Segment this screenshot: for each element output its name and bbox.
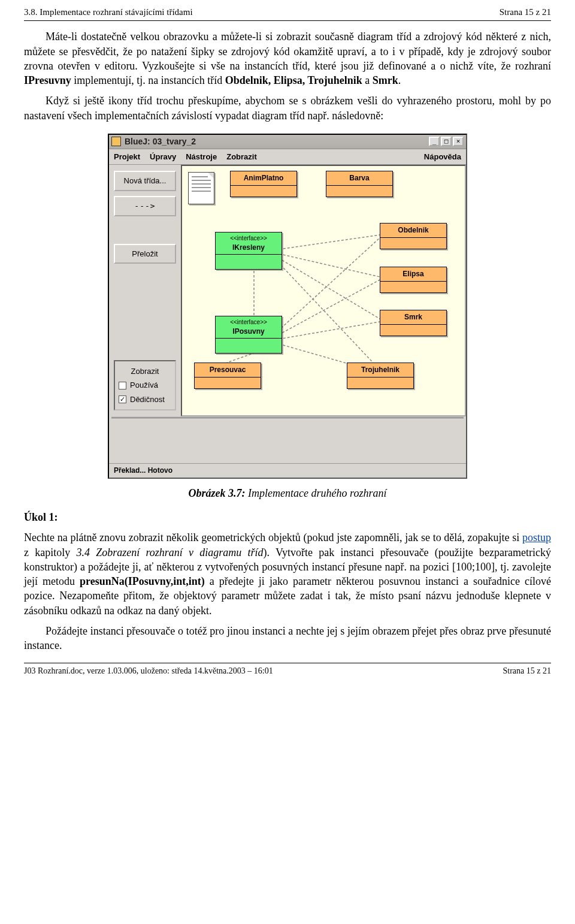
label-inherits: Dědičnost bbox=[130, 394, 165, 405]
class-elipsa[interactable]: Elipsa bbox=[380, 267, 447, 292]
task-italic-chapter: 3.4 Zobrazení rozhraní v diagramu tříd bbox=[76, 546, 263, 558]
checkbox-inherits[interactable]: ✓ bbox=[119, 395, 126, 403]
figure-caption: Obrázek 3.7: Implementace druhého rozhra… bbox=[24, 486, 551, 500]
bluej-window: BlueJ: 03_tvary_2 _ □ × Projekt Úpravy N… bbox=[108, 134, 467, 479]
readme-note[interactable] bbox=[188, 172, 214, 204]
svg-line-2 bbox=[275, 256, 380, 319]
p1-bold-smrk: Smrk bbox=[373, 74, 398, 86]
header-section: 3.8. Implementace rozhraní stávajícími t… bbox=[24, 6, 193, 18]
footer-left: J03 Rozhraní.doc, verze 1.03.006, uložen… bbox=[24, 666, 273, 677]
p1-text-e: a bbox=[362, 74, 373, 86]
iposuvny-stereo: <<interface>> bbox=[217, 318, 280, 327]
paragraph-2: Když si ještě ikony tříd trochu přeskupí… bbox=[24, 93, 551, 123]
task-text-b: z kapitoly bbox=[24, 546, 76, 558]
ikresleny-name: IKresleny bbox=[232, 243, 265, 252]
app-icon bbox=[111, 137, 121, 146]
svg-line-3 bbox=[275, 259, 380, 370]
new-class-button[interactable]: Nová třída... bbox=[114, 171, 176, 191]
interface-ikresleny[interactable]: <<interface>> IKresleny bbox=[215, 232, 282, 270]
view-title: Zobrazit bbox=[119, 366, 171, 377]
iposuvny-name: IPosuvny bbox=[232, 327, 264, 336]
p1-bold-ipresuvny: IPresuvny bbox=[24, 74, 71, 86]
class-trojuhelnik-name: Trojuhelnik bbox=[361, 366, 400, 374]
class-trojuhelnik[interactable]: Trojuhelnik bbox=[347, 363, 414, 388]
caption-text: Implementace druhého rozhraní bbox=[246, 487, 387, 499]
workarea: Nová třída... ---> Přeložit Zobrazit Pou… bbox=[109, 165, 466, 416]
status-bar: Překlad... Hotovo bbox=[109, 463, 466, 477]
task-paragraph-2: Požádejte instanci přesouvače o totéž pr… bbox=[24, 624, 551, 653]
p1-bold-shapes: Obdelnik, Elipsa, Trojuhelnik bbox=[225, 74, 362, 86]
checkbox-uses[interactable] bbox=[119, 382, 126, 389]
figure-wrap: BlueJ: 03_tvary_2 _ □ × Projekt Úpravy N… bbox=[24, 134, 551, 479]
compile-button[interactable]: Přeložit bbox=[114, 244, 176, 264]
p1-text-c: implementují, tj. na instancích tříd bbox=[71, 74, 225, 86]
menu-napoveda[interactable]: Nápověda bbox=[424, 152, 461, 162]
class-animplatno-name: AnimPlatno bbox=[244, 174, 284, 182]
task-text-a: Nechte na plátně znovu zobrazit několik … bbox=[24, 532, 522, 543]
header-page: Strana 15 z 21 bbox=[500, 6, 551, 18]
class-smrk[interactable]: Smrk bbox=[380, 310, 447, 336]
footer-right: Strana 15 z 21 bbox=[503, 666, 551, 677]
svg-line-0 bbox=[275, 235, 380, 250]
task-heading: Úkol 1: bbox=[24, 510, 551, 524]
sidebar: Nová třída... ---> Přeložit Zobrazit Pou… bbox=[109, 165, 181, 416]
menu-zobrazit[interactable]: Zobrazit bbox=[226, 152, 257, 162]
view-panel: Zobrazit Používá ✓ Dědičnost bbox=[114, 360, 176, 411]
link-postup[interactable]: postup bbox=[522, 532, 551, 543]
page-footer: J03 Rozhraní.doc, verze 1.03.006, uložen… bbox=[24, 663, 551, 677]
task-paragraph-1: Nechte na plátně znovu zobrazit několik … bbox=[24, 530, 551, 618]
menu-nastroje[interactable]: Nástroje bbox=[186, 152, 217, 162]
minimize-button[interactable]: _ bbox=[429, 137, 440, 146]
task-bold-method: presunNa(IPosuvny,int,int) bbox=[80, 575, 205, 587]
p1-text-a: Máte-li dostatečně velkou obrazovku a mů… bbox=[24, 31, 551, 72]
class-presouvac[interactable]: Presouvac bbox=[194, 363, 261, 388]
svg-line-6 bbox=[275, 322, 380, 340]
class-presouvac-name: Presouvac bbox=[210, 366, 246, 374]
class-elipsa-name: Elipsa bbox=[402, 270, 423, 278]
caption-number: Obrázek 3.7: bbox=[189, 487, 246, 499]
class-barva[interactable]: Barva bbox=[326, 171, 393, 197]
window-titlebar[interactable]: BlueJ: 03_tvary_2 _ □ × bbox=[109, 135, 466, 149]
header-rule bbox=[24, 20, 551, 21]
menubar: Projekt Úpravy Nástroje Zobrazit Nápověd… bbox=[109, 149, 466, 165]
p1-text-g: . bbox=[398, 74, 401, 86]
page-header: 3.8. Implementace rozhraní stávajícími t… bbox=[24, 6, 551, 18]
object-bench[interactable] bbox=[111, 416, 464, 463]
class-diagram[interactable]: AnimPlatno Barva <<interface>> IKresleny bbox=[181, 165, 466, 416]
class-obdelnik[interactable]: Obdelnik bbox=[380, 223, 447, 249]
svg-line-5 bbox=[275, 280, 380, 337]
menu-projekt[interactable]: Projekt bbox=[114, 152, 140, 162]
class-animplatno[interactable]: AnimPlatno bbox=[230, 171, 297, 197]
class-obdelnik-name: Obdelnik bbox=[398, 226, 428, 234]
menu-upravy[interactable]: Úpravy bbox=[150, 152, 176, 162]
window-title: BlueJ: 03_tvary_2 bbox=[125, 136, 425, 147]
paragraph-1: Máte-li dostatečně velkou obrazovku a mů… bbox=[24, 29, 551, 87]
ikresleny-stereo: <<interface>> bbox=[217, 234, 280, 243]
interface-iposuvny[interactable]: <<interface>> IPosuvny bbox=[215, 316, 282, 354]
svg-line-4 bbox=[275, 238, 380, 334]
close-button[interactable]: × bbox=[453, 137, 464, 146]
class-smrk-name: Smrk bbox=[404, 313, 422, 321]
arrow-tool-button[interactable]: ---> bbox=[114, 196, 176, 216]
svg-line-1 bbox=[275, 253, 380, 277]
class-barva-name: Barva bbox=[349, 174, 369, 182]
maximize-button[interactable]: □ bbox=[441, 137, 452, 146]
label-uses: Používá bbox=[130, 380, 158, 391]
